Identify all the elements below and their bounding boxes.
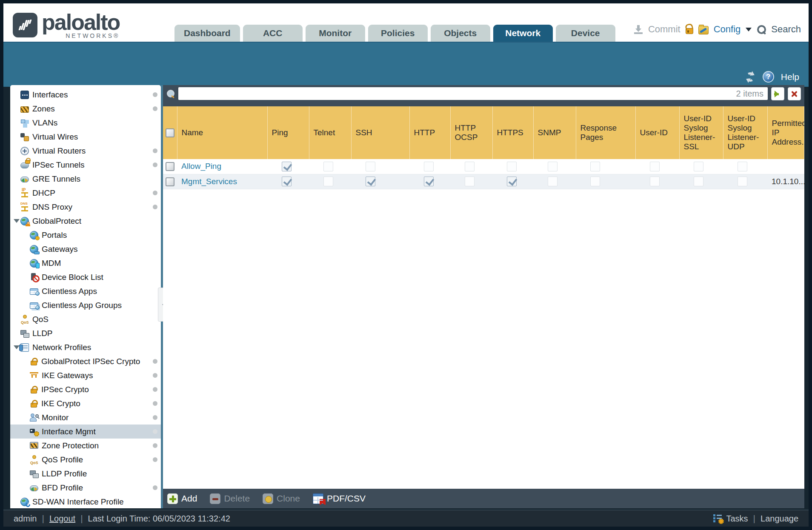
sidebar-item-vlans[interactable]: VLANs <box>10 116 161 130</box>
telnet-checkbox[interactable] <box>323 177 333 186</box>
sidebar-item-interface-mgmt[interactable]: Interface Mgmt <box>10 425 161 439</box>
column-header-telnet[interactable]: Telnet <box>309 106 351 159</box>
global-search-button[interactable]: Search <box>771 24 801 35</box>
response-pages-checkbox[interactable] <box>590 177 600 186</box>
unlock-icon[interactable] <box>686 28 693 34</box>
column-header-uid-syslog-ssl[interactable]: User-ID Syslog Listener-SSL <box>679 106 723 159</box>
logout-link[interactable]: Logout <box>49 514 75 524</box>
sidebar-item-ipsec-crypto[interactable]: IPSec Crypto <box>10 382 161 396</box>
sidebar-item-sdwan-interface-profile[interactable]: SD-WAN Interface Profile <box>10 495 161 508</box>
response-pages-checkbox[interactable] <box>590 162 600 171</box>
sidebar-item-virtual-wires[interactable]: Virtual Wires <box>10 130 161 144</box>
config-icon[interactable] <box>698 26 709 34</box>
sidebar-item-gateways[interactable]: Gateways <box>10 242 161 256</box>
column-header-http-ocsp[interactable]: HTTP OCSP <box>450 106 492 159</box>
uid-syslog-ssl-checkbox[interactable] <box>694 162 703 171</box>
sidebar-item-zones[interactable]: Zones <box>10 102 161 116</box>
config-dropdown-caret-icon[interactable] <box>746 28 752 34</box>
snmp-checkbox[interactable] <box>548 177 558 186</box>
sidebar-item-clientless-app-groups[interactable]: Clientless App Groups <box>10 298 161 312</box>
tab-network[interactable]: Network <box>493 25 553 42</box>
clear-filter-button[interactable] <box>788 87 801 100</box>
add-button[interactable]: Add <box>167 493 197 504</box>
profile-link[interactable]: Allow_Ping <box>181 162 221 171</box>
ping-checkbox[interactable] <box>282 162 292 171</box>
sidebar-item-lldp[interactable]: LLDP <box>10 326 161 340</box>
uid-syslog-udp-checkbox[interactable] <box>738 162 747 171</box>
http-checkbox[interactable] <box>424 177 434 186</box>
tab-policies[interactable]: Policies <box>368 25 428 42</box>
ssh-checkbox[interactable] <box>366 162 375 171</box>
sidebar-item-globalprotect[interactable]: GlobalProtect <box>10 214 161 228</box>
sidebar-item-zone-protection[interactable]: Zone Protection <box>10 439 161 453</box>
sidebar-item-portals[interactable]: Portals <box>10 228 161 242</box>
tab-device[interactable]: Device <box>556 25 615 42</box>
sidebar-item-bfd-profile[interactable]: BFD Profile <box>10 481 161 495</box>
expander-icon[interactable] <box>14 219 20 223</box>
sidebar-item-device-block-list[interactable]: Device Block List <box>10 270 161 284</box>
profile-link[interactable]: Mgmt_Services <box>181 177 237 186</box>
sidebar-item-qos[interactable]: QoS <box>10 312 161 326</box>
sidebar-item-mdm[interactable]: MDM <box>10 256 161 270</box>
tasks-button[interactable]: Tasks <box>726 514 748 524</box>
telnet-checkbox[interactable] <box>323 162 333 171</box>
clone-button[interactable]: Clone <box>263 493 300 504</box>
column-header-http[interactable]: HTTP <box>409 106 450 159</box>
sidebar-item-qos-profile[interactable]: QoS Profile <box>10 453 161 467</box>
row-checkbox[interactable] <box>166 162 174 171</box>
column-header-snmp[interactable]: SNMP <box>533 106 576 159</box>
column-header-name[interactable]: Name <box>177 106 267 159</box>
tasks-icon[interactable] <box>713 514 723 523</box>
refresh-icon[interactable] <box>745 71 756 83</box>
column-header-https[interactable]: HTTPS <box>492 106 533 159</box>
https-checkbox[interactable] <box>507 162 517 171</box>
uid-syslog-udp-checkbox[interactable] <box>738 177 747 186</box>
commit-button[interactable]: Commit <box>648 24 680 35</box>
http-ocsp-checkbox[interactable] <box>465 177 475 186</box>
tab-acc[interactable]: ACC <box>243 25 303 42</box>
user-id-checkbox[interactable] <box>650 177 660 186</box>
sidebar-item-globalprotect-ipsec-crypto[interactable]: GlobalProtect IPSec Crypto <box>10 354 161 368</box>
ping-checkbox[interactable] <box>282 177 292 186</box>
column-header-response-pages[interactable]: Response Pages <box>576 106 635 159</box>
column-header-uid-syslog-udp[interactable]: User-ID Syslog Listener-UDP <box>723 106 767 159</box>
sidebar-item-interfaces[interactable]: Interfaces <box>10 88 161 102</box>
tab-dashboard[interactable]: Dashboard <box>174 25 240 42</box>
snmp-checkbox[interactable] <box>548 162 558 171</box>
config-button[interactable]: Config <box>714 24 741 35</box>
column-header-ssh[interactable]: SSH <box>351 106 409 159</box>
sidebar-item-dns-proxy[interactable]: DNS Proxy <box>10 200 161 214</box>
sidebar-item-gre-tunnels[interactable]: GRE Tunnels <box>10 172 161 186</box>
help-link[interactable]: Help <box>781 72 799 82</box>
user-id-checkbox[interactable] <box>650 162 660 171</box>
sidebar-item-virtual-routers[interactable]: Virtual Routers <box>10 144 161 158</box>
help-icon[interactable]: ? <box>763 71 774 83</box>
sidebar-item-ike-gateways[interactable]: IKE Gateways <box>10 368 161 382</box>
column-header-user-id[interactable]: User-ID <box>635 106 679 159</box>
http-checkbox[interactable] <box>424 162 434 171</box>
select-all-checkbox[interactable] <box>166 128 174 137</box>
row-checkbox[interactable] <box>166 177 174 186</box>
sidebar-item-lldp-profile[interactable]: LLDP Profile <box>10 467 161 481</box>
global-search-icon[interactable] <box>757 25 766 34</box>
sidebar-item-network-profiles[interactable]: Network Profiles <box>10 340 161 354</box>
pdf-csv-button[interactable]: PDF/CSV <box>313 493 366 504</box>
apply-filter-button[interactable] <box>771 87 784 100</box>
sidebar-item-ipsec-tunnels[interactable]: IPSec Tunnels <box>10 158 161 172</box>
column-header-ping[interactable]: Ping <box>267 106 309 159</box>
column-header-permitted-ip[interactable]: Permitted IP Address... <box>767 106 804 159</box>
http-ocsp-checkbox[interactable] <box>465 162 475 171</box>
language-button[interactable]: Language <box>761 514 798 524</box>
delete-button[interactable]: Delete <box>210 493 250 504</box>
sidebar-item-monitor[interactable]: Monitor <box>10 410 161 425</box>
https-checkbox[interactable] <box>507 177 517 186</box>
tab-monitor[interactable]: Monitor <box>306 25 365 42</box>
sidebar-item-clientless-apps[interactable]: Clientless Apps <box>10 284 161 298</box>
sidebar-item-ike-crypto[interactable]: IKE Crypto <box>10 396 161 410</box>
commit-icon[interactable] <box>634 25 643 34</box>
uid-syslog-ssl-checkbox[interactable] <box>694 177 703 186</box>
search-input[interactable] <box>183 89 736 98</box>
tab-objects[interactable]: Objects <box>431 25 490 42</box>
sidebar-item-dhcp[interactable]: DHCP <box>10 186 161 200</box>
ssh-checkbox[interactable] <box>366 177 375 186</box>
